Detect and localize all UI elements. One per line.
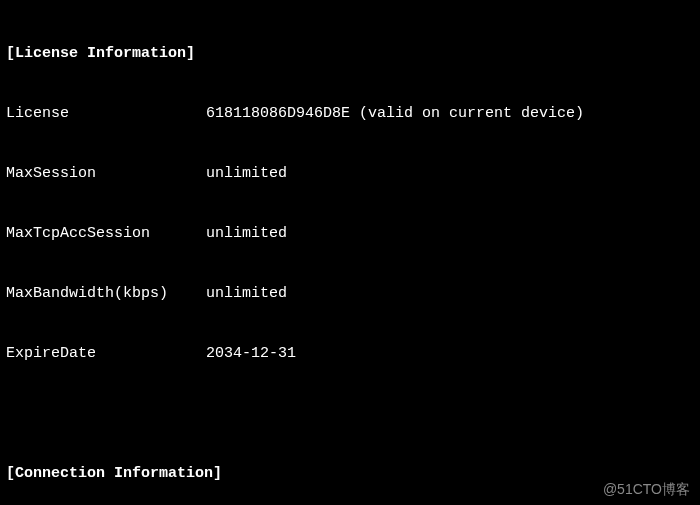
maxbandwidth-row: MaxBandwidth(kbps)unlimited bbox=[6, 284, 694, 304]
expiredate-row: ExpireDate2034-12-31 bbox=[6, 344, 694, 364]
expiredate-key: ExpireDate bbox=[6, 344, 206, 364]
maxbandwidth-key: MaxBandwidth(kbps) bbox=[6, 284, 206, 304]
maxsession-key: MaxSession bbox=[6, 164, 206, 184]
maxtcpacc-key: MaxTcpAccSession bbox=[6, 224, 206, 244]
maxsession-row: MaxSessionunlimited bbox=[6, 164, 694, 184]
maxtcpacc-row: MaxTcpAccSessionunlimited bbox=[6, 224, 694, 244]
expiredate-val: 2034-12-31 bbox=[206, 344, 296, 364]
maxtcpacc-val: unlimited bbox=[206, 224, 287, 244]
license-key: License bbox=[6, 104, 206, 124]
license-val: 618118086D946D8E (valid on current devic… bbox=[206, 104, 584, 124]
license-section-header: [License Information] bbox=[6, 44, 694, 64]
watermark-text: @51CTO博客 bbox=[603, 479, 690, 499]
maxsession-val: unlimited bbox=[206, 164, 287, 184]
blank-line bbox=[6, 404, 694, 424]
maxbandwidth-val: unlimited bbox=[206, 284, 287, 304]
license-row: License618118086D946D8E (valid on curren… bbox=[6, 104, 694, 124]
connection-section-header: [Connection Information] bbox=[6, 464, 694, 484]
terminal-output[interactable]: [License Information] License618118086D9… bbox=[0, 0, 700, 505]
